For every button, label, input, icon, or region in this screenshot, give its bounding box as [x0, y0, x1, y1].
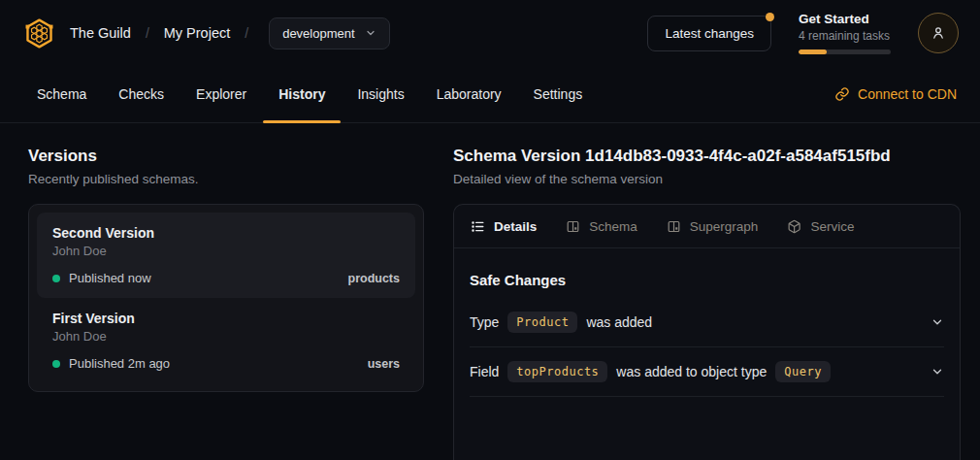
tab-schema[interactable]: Schema	[37, 66, 86, 122]
get-started-widget[interactable]: Get Started 4 remaining tasks	[799, 12, 891, 54]
versions-list: Second Version John Doe Published now pr…	[28, 204, 424, 392]
columns-icon	[566, 219, 580, 234]
published-time: Published now	[69, 271, 151, 285]
published-status-dot	[52, 360, 60, 368]
version-meta: Published now products	[52, 271, 400, 285]
tab-details-label: Details	[494, 219, 537, 234]
get-started-subtitle: 4 remaining tasks	[799, 29, 891, 43]
breadcrumb-separator: /	[245, 25, 248, 41]
main-content: Versions Recently published schemas. Sec…	[0, 123, 980, 460]
breadcrumb: The Guild / My Project / development	[21, 16, 390, 51]
version-author: John Doe	[52, 329, 400, 344]
published-status-dot	[52, 275, 60, 282]
change-middle: was added	[586, 314, 652, 330]
get-started-progressbar	[799, 49, 891, 54]
breadcrumb-org[interactable]: The Guild	[70, 25, 131, 41]
version-list-item[interactable]: First Version John Doe Published 2m ago …	[37, 298, 415, 383]
tab-checks[interactable]: Checks	[118, 66, 164, 122]
detail-content: Safe Changes Type Product was added Fiel…	[454, 248, 960, 397]
version-name: First Version	[52, 311, 400, 326]
service-name-badge: users	[368, 357, 400, 371]
target-selector[interactable]: development	[269, 17, 389, 49]
versions-title: Versions	[28, 146, 424, 167]
versions-panel: Versions Recently published schemas. Sec…	[28, 146, 424, 460]
tab-settings[interactable]: Settings	[534, 66, 583, 122]
target-selector-value: development	[282, 26, 354, 41]
tab-schema-view-label: Schema	[589, 219, 637, 234]
schema-version-title: Schema Version 1d14db83-0933-4f4c-a02f-a…	[453, 146, 961, 167]
app-header: The Guild / My Project / development Lat…	[0, 0, 980, 66]
change-prefix: Field	[470, 364, 499, 379]
change-row: Field topProducts was added to object ty…	[470, 347, 944, 397]
versions-subtitle: Recently published schemas.	[28, 172, 424, 186]
main-nav: Schema Checks Explorer History Insights …	[0, 66, 980, 123]
notification-dot	[766, 13, 774, 21]
header-actions: Latest changes Get Started 4 remaining t…	[647, 12, 959, 54]
schema-version-panel: Schema Version 1d14db83-0933-4f4c-a02f-a…	[453, 146, 961, 460]
tab-service-label: Service	[810, 219, 854, 234]
code-chip: Product	[507, 312, 577, 333]
version-list-item[interactable]: Second Version John Doe Published now pr…	[37, 213, 415, 298]
latest-changes-label: Latest changes	[665, 26, 754, 41]
breadcrumb-project[interactable]: My Project	[164, 25, 231, 41]
change-row: Type Product was added	[470, 298, 944, 347]
breadcrumb-separator: /	[146, 25, 149, 41]
tab-supergraph-label: Supergraph	[690, 219, 759, 234]
columns-icon	[667, 219, 681, 234]
latest-changes-button[interactable]: Latest changes	[647, 16, 771, 51]
version-meta: Published 2m ago users	[52, 356, 400, 371]
tab-laboratory[interactable]: Laboratory	[437, 66, 502, 122]
code-chip: topProducts	[507, 361, 607, 382]
schema-version-subtitle: Detailed view of the schema version	[453, 172, 961, 186]
connect-cdn-button[interactable]: Connect to CDN	[834, 66, 957, 122]
tab-explorer[interactable]: Explorer	[196, 66, 246, 122]
list-icon	[471, 219, 485, 234]
version-author: John Doe	[52, 244, 400, 258]
version-name: Second Version	[52, 225, 400, 241]
link-icon	[834, 86, 850, 102]
safe-changes-heading: Safe Changes	[470, 272, 944, 288]
code-chip: Query	[775, 361, 831, 382]
guild-logo-icon[interactable]	[21, 16, 57, 51]
service-name-badge: products	[348, 272, 400, 285]
cube-icon	[787, 219, 801, 234]
user-icon	[930, 24, 947, 42]
detail-tabbar: Details Schema	[454, 205, 960, 248]
schema-version-card: Details Schema	[453, 204, 961, 460]
tab-insights[interactable]: Insights	[357, 66, 404, 122]
expand-chevron-icon[interactable]	[931, 315, 944, 329]
tab-service[interactable]: Service	[787, 219, 854, 234]
change-prefix: Type	[470, 314, 499, 330]
tab-history[interactable]: History	[278, 66, 325, 122]
published-time: Published 2m ago	[69, 356, 170, 371]
connect-cdn-label: Connect to CDN	[858, 86, 957, 102]
get-started-title: Get Started	[799, 12, 891, 28]
tab-schema-view[interactable]: Schema	[566, 219, 637, 234]
expand-chevron-icon[interactable]	[931, 365, 944, 378]
chevron-down-icon	[365, 27, 376, 39]
tab-supergraph[interactable]: Supergraph	[667, 219, 759, 234]
change-middle: was added to object type	[616, 364, 767, 379]
tab-details[interactable]: Details	[471, 219, 537, 234]
get-started-progress-fill	[799, 49, 827, 54]
user-avatar[interactable]	[918, 13, 959, 53]
